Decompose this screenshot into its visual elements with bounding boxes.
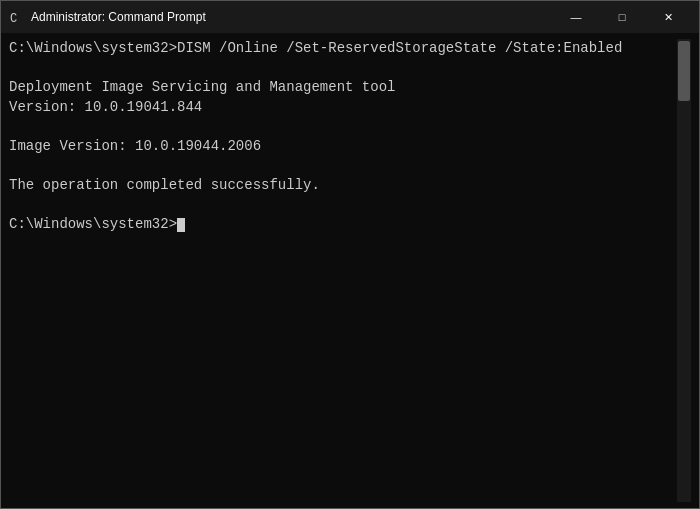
- terminal-line: The operation completed successfully.: [9, 176, 677, 196]
- svg-text:C: C: [10, 12, 17, 25]
- terminal-line: [9, 157, 677, 177]
- maximize-button[interactable]: □: [599, 1, 645, 33]
- terminal-line: [9, 117, 677, 137]
- terminal-line: [9, 196, 677, 216]
- terminal-body[interactable]: C:\Windows\system32>DISM /Online /Set-Re…: [1, 33, 699, 508]
- cmd-icon: C: [9, 9, 25, 25]
- close-button[interactable]: ✕: [645, 1, 691, 33]
- terminal-line: Deployment Image Servicing and Managemen…: [9, 78, 677, 98]
- terminal-line: C:\Windows\system32>: [9, 215, 677, 235]
- scrollbar[interactable]: [677, 39, 691, 502]
- terminal-content: C:\Windows\system32>DISM /Online /Set-Re…: [9, 39, 677, 502]
- window-controls: — □ ✕: [553, 1, 691, 33]
- terminal-line: [9, 59, 677, 79]
- scrollbar-thumb[interactable]: [678, 41, 690, 101]
- terminal-line: Version: 10.0.19041.844: [9, 98, 677, 118]
- window-title: Administrator: Command Prompt: [31, 10, 553, 24]
- command-prompt-window: C Administrator: Command Prompt — □ ✕ C:…: [0, 0, 700, 509]
- terminal-line: Image Version: 10.0.19044.2006: [9, 137, 677, 157]
- title-bar: C Administrator: Command Prompt — □ ✕: [1, 1, 699, 33]
- minimize-button[interactable]: —: [553, 1, 599, 33]
- terminal-line: C:\Windows\system32>DISM /Online /Set-Re…: [9, 39, 677, 59]
- cursor: [177, 218, 185, 232]
